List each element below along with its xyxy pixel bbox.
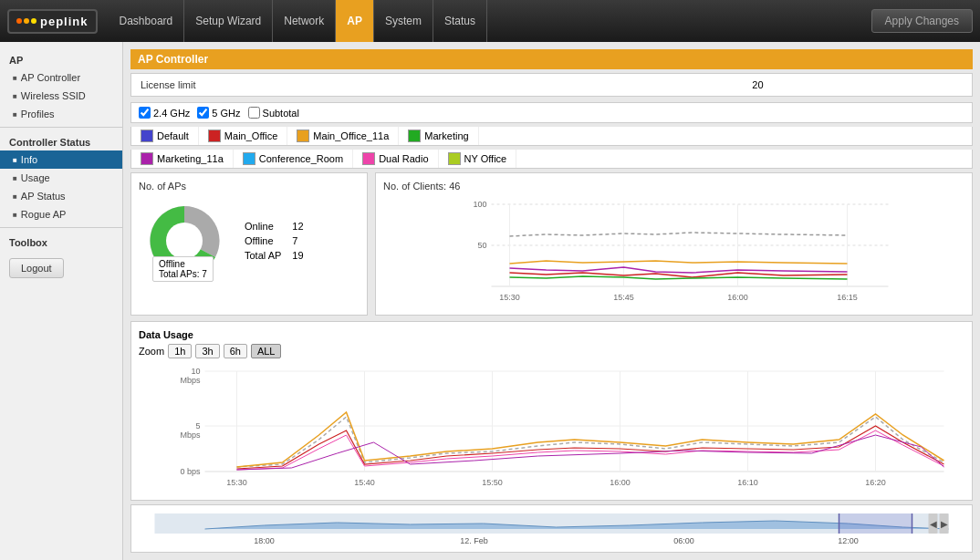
nav-dashboard[interactable]: Dashboard — [109, 0, 185, 42]
filter-subtotal[interactable]: Subtotal — [248, 107, 299, 119]
logo-dot-2 — [24, 18, 29, 24]
legend-label-default: Default — [157, 130, 189, 141]
nav-setup-wizard[interactable]: Setup Wizard — [184, 0, 273, 42]
charts-row: No. of APs Offline — [130, 172, 973, 316]
apply-changes-button[interactable]: Apply Changes — [871, 9, 973, 33]
du-total-line — [237, 417, 944, 467]
pie-legend: Online 12 Offline 7 Total AP 19 — [239, 219, 309, 263]
line-green — [510, 276, 848, 279]
legend-dual-radio: Dual Radio — [353, 150, 438, 168]
zoom-1h[interactable]: 1h — [168, 344, 192, 358]
du-y-5mbps: 5 — [195, 421, 200, 430]
nav-status[interactable]: Status — [433, 0, 487, 42]
offline-tooltip: Offline Total APs: 7 — [152, 256, 214, 282]
sidebar-item-usage[interactable]: Usage — [0, 169, 122, 187]
filter-24ghz[interactable]: 2.4 GHz — [139, 107, 190, 119]
legend-marketing-11a: Marketing_11a — [131, 150, 234, 168]
du-x-1620: 16:20 — [865, 478, 886, 487]
legend-color-main-office — [208, 130, 221, 142]
logout-button[interactable]: Logout — [9, 258, 64, 278]
nav-ap[interactable]: AP — [336, 0, 374, 42]
legend-label-ny-office: NY Office — [464, 153, 507, 164]
logo: peplink — [7, 9, 98, 34]
zoom-6h[interactable]: 6h — [224, 344, 247, 358]
legend-main-office: Main_Office — [199, 127, 288, 145]
legend-row-1: Default Main_Office Main_Office_11a Mark… — [130, 127, 973, 146]
checkbox-5ghz[interactable] — [197, 107, 209, 119]
sidebar-item-profiles[interactable]: Profiles — [0, 105, 122, 123]
tooltip-total-label: Total APs: 7 — [159, 269, 207, 279]
online-value: 12 — [287, 219, 308, 233]
legend-label-marketing: Marketing — [424, 130, 468, 141]
checkbox-24ghz[interactable] — [139, 107, 151, 119]
timeline-nav-left-icon: ◀ — [930, 519, 937, 529]
sidebar-item-rogue-ap[interactable]: Rogue AP — [0, 205, 122, 223]
du-line-pink — [237, 430, 944, 470]
sidebar-controller-title: Controller Status — [0, 131, 122, 150]
legend-main-office-11a: Main_Office_11a — [287, 127, 399, 145]
offline-value: 7 — [287, 233, 308, 248]
du-x-1530: 15:30 — [226, 478, 247, 487]
legend-color-dual-radio — [362, 152, 375, 165]
logo-dot-1 — [16, 18, 22, 24]
du-x-1600: 16:00 — [610, 478, 631, 487]
sidebar-ap-title: AP — [0, 49, 122, 68]
sidebar-item-ap-status[interactable]: AP Status — [0, 187, 122, 205]
du-x-1540: 15:40 — [354, 478, 375, 487]
pie-title: No. of APs — [139, 181, 360, 192]
filter-5ghz[interactable]: 5 GHz — [197, 107, 240, 119]
x-label-1530: 15:30 — [499, 293, 520, 302]
y-label-100: 100 — [473, 200, 486, 209]
legend-default: Default — [131, 127, 199, 145]
tl-label-feb: 12. Feb — [460, 536, 488, 545]
pie-section: No. of APs Offline — [130, 172, 368, 316]
x-label-1545: 15:45 — [613, 293, 634, 302]
clients-chart-svg: 100 50 15:30 15:45 16:00 16:15 — [383, 195, 964, 305]
pie-center — [166, 223, 203, 259]
legend-color-marketing — [408, 130, 421, 142]
nav-system[interactable]: System — [374, 0, 433, 42]
legend-color-ny-office — [448, 152, 461, 165]
sidebar-item-info[interactable]: Info — [0, 150, 122, 169]
x-label-1600: 16:00 — [727, 293, 748, 302]
legend-conference-room: Conference_Room — [234, 150, 353, 168]
sidebar-toolbox-title: Toolbox — [0, 232, 122, 251]
checkbox-subtotal[interactable] — [248, 107, 260, 119]
total-ap-value: 19 — [287, 248, 308, 263]
legend-label-marketing-11a: Marketing_11a — [157, 153, 224, 164]
legend-label-conference-room: Conference_Room — [259, 153, 343, 164]
timeline-highlight — [839, 513, 912, 534]
sidebar-item-wireless-ssid[interactable]: Wireless SSID — [0, 87, 122, 105]
legend-color-main-office-11a — [297, 130, 309, 142]
du-y-10mbps: 10 — [191, 367, 200, 376]
legend-color-conference-room — [243, 152, 255, 165]
pie-canvas: Offline Total APs: 7 — [139, 195, 230, 286]
pie-container: Offline Total APs: 7 Online 12 Offline — [139, 195, 360, 286]
du-line-orange — [237, 412, 944, 467]
legend-label-dual-radio: Dual Radio — [379, 153, 428, 164]
online-label: Online — [239, 219, 287, 233]
du-x-1550: 15:50 — [482, 478, 503, 487]
clients-chart-section: No. of Clients: 46 100 50 15:30 15:45 16… — [375, 172, 973, 316]
legend-row-2: Marketing_11a Conference_Room Dual Radio… — [130, 150, 973, 169]
sidebar-item-ap-controller[interactable]: AP Controller — [0, 68, 122, 87]
tooltip-offline-label: Offline — [159, 259, 207, 269]
top-navigation: peplink Dashboard Setup Wizard Network A… — [0, 0, 980, 42]
tl-label-1200: 12:00 — [838, 536, 859, 545]
section-header: AP Controller — [130, 49, 973, 69]
sidebar: AP AP Controller Wireless SSID Profiles … — [0, 42, 123, 560]
timeline-svg: 18:00 12. Feb 06:00 12:00 ◀ ▶ — [139, 509, 964, 545]
nav-network[interactable]: Network — [273, 0, 336, 42]
du-line-red — [237, 426, 944, 469]
license-limit-label: License limit — [133, 76, 743, 94]
legend-color-default — [141, 130, 153, 142]
timeline-nav-right-icon: ▶ — [941, 519, 948, 529]
main-content: AP Controller License limit 20 2.4 GHz 5… — [123, 42, 980, 560]
zoom-all[interactable]: ALL — [251, 344, 282, 358]
timeline-section: 18:00 12. Feb 06:00 12:00 ◀ ▶ — [130, 504, 973, 553]
zoom-3h[interactable]: 3h — [195, 344, 219, 358]
du-y-mbps: Mbps — [180, 376, 201, 385]
data-usage-svg: 10 Mbps 5 Mbps 0 bps 15:30 15:40 15:50 1… — [139, 362, 964, 490]
data-usage-title: Data Usage — [139, 329, 964, 340]
line-purple — [510, 267, 848, 273]
